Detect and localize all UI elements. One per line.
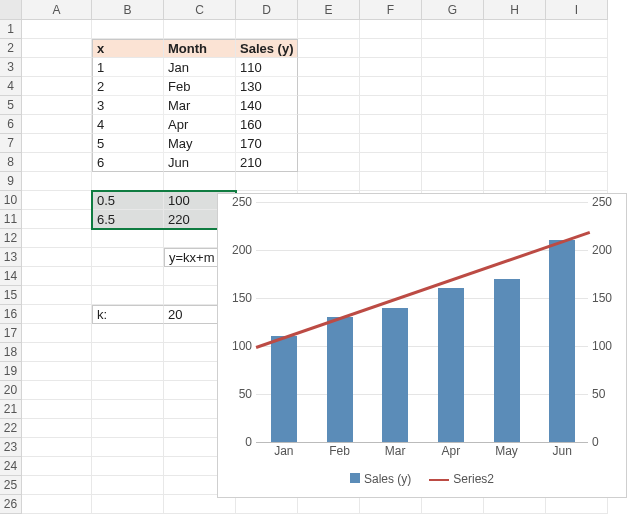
- cell-G2[interactable]: [422, 39, 484, 58]
- cell-B15[interactable]: [92, 286, 164, 305]
- cell-I3[interactable]: [546, 58, 608, 77]
- cell-A15[interactable]: [22, 286, 92, 305]
- spreadsheet[interactable]: ABCDEFGHI 123456789101112131415161718192…: [0, 0, 638, 518]
- row-header-1[interactable]: 1: [0, 20, 22, 39]
- cell-D9[interactable]: [236, 172, 298, 191]
- cell-A18[interactable]: [22, 343, 92, 362]
- row-header-17[interactable]: 17: [0, 324, 22, 343]
- cell-B17[interactable]: [92, 324, 164, 343]
- cell-B22[interactable]: [92, 419, 164, 438]
- cell-B8[interactable]: 6: [92, 153, 164, 172]
- cell-F9[interactable]: [360, 172, 422, 191]
- row-header-5[interactable]: 5: [0, 96, 22, 115]
- cell-A16[interactable]: [22, 305, 92, 324]
- cell-A25[interactable]: [22, 476, 92, 495]
- chart[interactable]: 050100150200250 050100150200250 JanFebMa…: [217, 193, 627, 498]
- cell-H7[interactable]: [484, 134, 546, 153]
- cell-D8[interactable]: 210: [236, 153, 298, 172]
- cell-C5[interactable]: Mar: [164, 96, 236, 115]
- col-header-B[interactable]: B: [92, 0, 164, 20]
- row-header-7[interactable]: 7: [0, 134, 22, 153]
- cell-B5[interactable]: 3: [92, 96, 164, 115]
- row-header-16[interactable]: 16: [0, 305, 22, 324]
- cell-D7[interactable]: 170: [236, 134, 298, 153]
- cell-F7[interactable]: [360, 134, 422, 153]
- cell-B25[interactable]: [92, 476, 164, 495]
- cell-G4[interactable]: [422, 77, 484, 96]
- cell-A26[interactable]: [22, 495, 92, 514]
- cell-B9[interactable]: [92, 172, 164, 191]
- cell-E9[interactable]: [298, 172, 360, 191]
- cell-B21[interactable]: [92, 400, 164, 419]
- cell-C8[interactable]: Jun: [164, 153, 236, 172]
- cell-H6[interactable]: [484, 115, 546, 134]
- cell-I8[interactable]: [546, 153, 608, 172]
- cell-G7[interactable]: [422, 134, 484, 153]
- row-header-8[interactable]: 8: [0, 153, 22, 172]
- cell-B2[interactable]: x: [92, 39, 164, 58]
- cell-H5[interactable]: [484, 96, 546, 115]
- cell-B26[interactable]: [92, 495, 164, 514]
- cell-G6[interactable]: [422, 115, 484, 134]
- col-header-C[interactable]: C: [164, 0, 236, 20]
- cell-E4[interactable]: [298, 77, 360, 96]
- cell-D4[interactable]: 130: [236, 77, 298, 96]
- cell-B19[interactable]: [92, 362, 164, 381]
- cell-B18[interactable]: [92, 343, 164, 362]
- col-header-G[interactable]: G: [422, 0, 484, 20]
- row-header-22[interactable]: 22: [0, 419, 22, 438]
- cell-I7[interactable]: [546, 134, 608, 153]
- cell-C7[interactable]: May: [164, 134, 236, 153]
- cell-A11[interactable]: [22, 210, 92, 229]
- cell-A19[interactable]: [22, 362, 92, 381]
- cell-C4[interactable]: Feb: [164, 77, 236, 96]
- cell-C2[interactable]: Month: [164, 39, 236, 58]
- cell-E3[interactable]: [298, 58, 360, 77]
- col-header-H[interactable]: H: [484, 0, 546, 20]
- cell-C3[interactable]: Jan: [164, 58, 236, 77]
- cell-B1[interactable]: [92, 20, 164, 39]
- cell-A21[interactable]: [22, 400, 92, 419]
- cell-H8[interactable]: [484, 153, 546, 172]
- cell-A7[interactable]: [22, 134, 92, 153]
- cell-G3[interactable]: [422, 58, 484, 77]
- cell-B12[interactable]: [92, 229, 164, 248]
- cell-H9[interactable]: [484, 172, 546, 191]
- cell-A4[interactable]: [22, 77, 92, 96]
- cell-B6[interactable]: 4: [92, 115, 164, 134]
- cell-A17[interactable]: [22, 324, 92, 343]
- cell-A14[interactable]: [22, 267, 92, 286]
- col-header-F[interactable]: F: [360, 0, 422, 20]
- cell-A12[interactable]: [22, 229, 92, 248]
- row-header-12[interactable]: 12: [0, 229, 22, 248]
- cell-F6[interactable]: [360, 115, 422, 134]
- cell-E5[interactable]: [298, 96, 360, 115]
- cell-B20[interactable]: [92, 381, 164, 400]
- cell-E6[interactable]: [298, 115, 360, 134]
- row-header-14[interactable]: 14: [0, 267, 22, 286]
- cell-A24[interactable]: [22, 457, 92, 476]
- cell-E2[interactable]: [298, 39, 360, 58]
- cell-C6[interactable]: Apr: [164, 115, 236, 134]
- cell-A6[interactable]: [22, 115, 92, 134]
- cell-F8[interactable]: [360, 153, 422, 172]
- row-header-10[interactable]: 10: [0, 191, 22, 210]
- cell-B11[interactable]: 6.5: [92, 210, 164, 229]
- cell-I6[interactable]: [546, 115, 608, 134]
- cell-B23[interactable]: [92, 438, 164, 457]
- cell-A1[interactable]: [22, 20, 92, 39]
- cell-A2[interactable]: [22, 39, 92, 58]
- row-header-6[interactable]: 6: [0, 115, 22, 134]
- row-header-19[interactable]: 19: [0, 362, 22, 381]
- cell-H4[interactable]: [484, 77, 546, 96]
- cell-B4[interactable]: 2: [92, 77, 164, 96]
- row-header-11[interactable]: 11: [0, 210, 22, 229]
- cell-A10[interactable]: [22, 191, 92, 210]
- cell-F5[interactable]: [360, 96, 422, 115]
- cell-G5[interactable]: [422, 96, 484, 115]
- row-header-20[interactable]: 20: [0, 381, 22, 400]
- cell-F3[interactable]: [360, 58, 422, 77]
- cell-C9[interactable]: [164, 172, 236, 191]
- cell-A3[interactable]: [22, 58, 92, 77]
- cell-A13[interactable]: [22, 248, 92, 267]
